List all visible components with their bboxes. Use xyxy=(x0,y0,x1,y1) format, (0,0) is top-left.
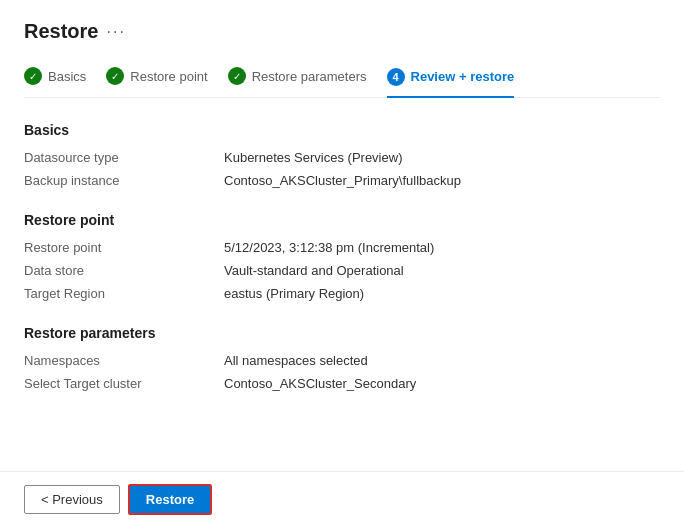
basics-section-title: Basics xyxy=(24,122,660,138)
step-restore-parameters-label: Restore parameters xyxy=(252,69,367,84)
basics-datasource-row: Datasource type Kubernetes Services (Pre… xyxy=(24,146,660,169)
basics-backup-label: Backup instance xyxy=(24,173,224,188)
footer: < Previous Restore xyxy=(0,471,684,527)
rp-restore-point-value: 5/12/2023, 3:12:38 pm (Incremental) xyxy=(224,240,434,255)
step-basics-check-icon: ✓ xyxy=(24,67,42,85)
step-basics[interactable]: ✓ Basics xyxy=(24,67,86,85)
rp-data-store-value: Vault-standard and Operational xyxy=(224,263,404,278)
rparams-target-cluster-value: Contoso_AKSCluster_Secondary xyxy=(224,376,416,391)
rparams-namespaces-label: Namespaces xyxy=(24,353,224,368)
rp-data-store-label: Data store xyxy=(24,263,224,278)
step-review-restore-number-icon: 4 xyxy=(387,68,405,86)
step-review-restore-label: Review + restore xyxy=(411,69,515,84)
previous-button[interactable]: < Previous xyxy=(24,485,120,514)
step-restore-point-check-icon: ✓ xyxy=(106,67,124,85)
rp-target-region-value: eastus (Primary Region) xyxy=(224,286,364,301)
step-restore-parameters-check-icon: ✓ xyxy=(228,67,246,85)
rparams-namespaces-row: Namespaces All namespaces selected xyxy=(24,349,660,372)
rparams-namespaces-value: All namespaces selected xyxy=(224,353,368,368)
restore-button[interactable]: Restore xyxy=(128,484,212,515)
step-restore-point[interactable]: ✓ Restore point xyxy=(106,67,207,85)
page-menu-icon[interactable]: ··· xyxy=(106,23,125,41)
rparams-target-cluster-label: Select Target cluster xyxy=(24,376,224,391)
rp-target-region-row: Target Region eastus (Primary Region) xyxy=(24,282,660,305)
restore-point-section-title: Restore point xyxy=(24,212,660,228)
step-restore-point-label: Restore point xyxy=(130,69,207,84)
rparams-target-cluster-row: Select Target cluster Contoso_AKSCluster… xyxy=(24,372,660,395)
steps-bar: ✓ Basics ✓ Restore point ✓ Restore param… xyxy=(24,67,660,98)
restore-parameters-section: Restore parameters Namespaces All namesp… xyxy=(24,325,660,395)
restore-parameters-section-title: Restore parameters xyxy=(24,325,660,341)
rp-restore-point-row: Restore point 5/12/2023, 3:12:38 pm (Inc… xyxy=(24,236,660,259)
step-restore-parameters[interactable]: ✓ Restore parameters xyxy=(228,67,367,85)
page-title: Restore xyxy=(24,20,98,43)
rp-data-store-row: Data store Vault-standard and Operationa… xyxy=(24,259,660,282)
basics-section: Basics Datasource type Kubernetes Servic… xyxy=(24,122,660,192)
basics-backup-value: Contoso_AKSCluster_Primary\fullbackup xyxy=(224,173,461,188)
page-header: Restore ··· xyxy=(24,20,660,43)
step-basics-label: Basics xyxy=(48,69,86,84)
restore-point-section: Restore point Restore point 5/12/2023, 3… xyxy=(24,212,660,305)
rp-target-region-label: Target Region xyxy=(24,286,224,301)
rp-restore-point-label: Restore point xyxy=(24,240,224,255)
basics-datasource-value: Kubernetes Services (Preview) xyxy=(224,150,402,165)
step-review-restore[interactable]: 4 Review + restore xyxy=(387,68,515,98)
basics-backup-row: Backup instance Contoso_AKSCluster_Prima… xyxy=(24,169,660,192)
basics-datasource-label: Datasource type xyxy=(24,150,224,165)
